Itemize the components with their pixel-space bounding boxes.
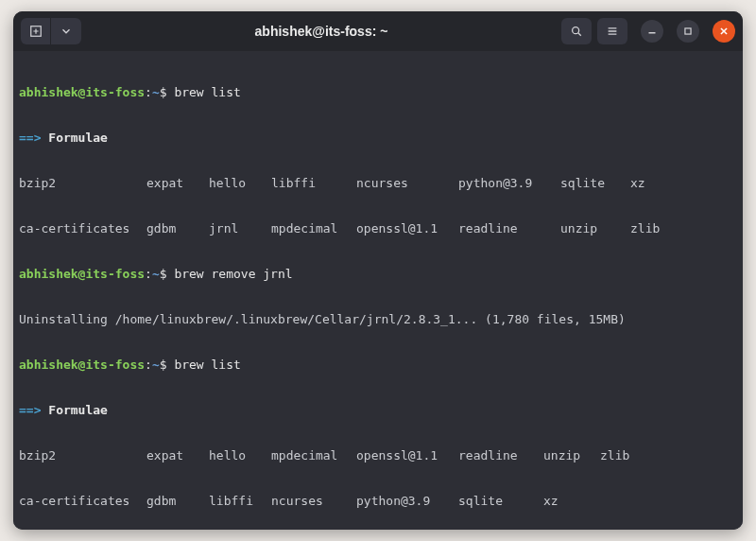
formula-row: ca-certificatesgdbmjrnlmpdecimalopenssl@… (19, 221, 737, 236)
prompt-line: abhishek@its-foss:~$ brew remove jrnl (19, 267, 737, 282)
formula-row: ca-certificatesgdbmlibffincursespython@3… (19, 494, 737, 509)
command-text: brew list (174, 85, 240, 99)
hamburger-menu-button[interactable] (597, 18, 627, 44)
terminal-body[interactable]: abhishek@its-foss:~$ brew list ==> Formu… (13, 51, 743, 530)
heading-formulae: ==> Formulae (19, 131, 737, 146)
maximize-button[interactable] (677, 20, 699, 43)
command-text: brew list (174, 358, 240, 372)
svg-line-4 (578, 33, 581, 36)
window-title: abhishek@its-foss: ~ (87, 24, 556, 39)
formula-row: bzip2expathellompdecimalopenssl@1.1readl… (19, 448, 737, 463)
formula-row: bzip2expathellolibffincursespython@3.9sq… (19, 176, 737, 191)
new-tab-button[interactable] (21, 18, 51, 44)
prompt-line: abhishek@its-foss:~$ brew list (19, 358, 737, 373)
svg-rect-9 (685, 28, 691, 34)
terminal-window: abhishek@its-foss: ~ abhishek@its-foss:~… (13, 11, 743, 530)
close-button[interactable] (713, 20, 735, 43)
svg-point-3 (573, 27, 579, 34)
new-tab-menu-button[interactable] (51, 18, 81, 44)
new-tab-split (21, 18, 81, 44)
output-line: Uninstalling /home/linuxbrew/.linuxbrew/… (19, 312, 737, 327)
heading-formulae: ==> Formulae (19, 403, 737, 418)
prompt-line: abhishek@its-foss:~$ brew list (19, 85, 737, 100)
titlebar: abhishek@its-foss: ~ (13, 11, 743, 51)
search-button[interactable] (561, 18, 592, 44)
minimize-button[interactable] (641, 20, 663, 43)
command-text: brew remove jrnl (174, 267, 292, 281)
